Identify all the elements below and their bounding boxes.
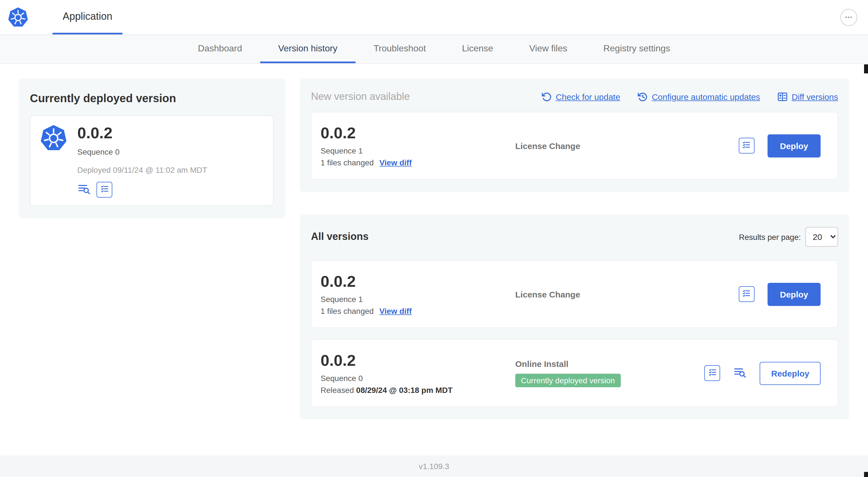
- tab-registry-settings[interactable]: Registry settings: [585, 35, 688, 63]
- released-timestamp: Released 08/29/24 @ 03:18 pm MDT: [320, 386, 515, 395]
- tab-view-files[interactable]: View files: [511, 35, 586, 63]
- deployed-timestamp: Deployed 09/11/24 @ 11:02 am MDT: [77, 166, 207, 174]
- main-content: Currently deployed version 0.0.2 Sequenc…: [0, 64, 868, 455]
- current-version-panel: Currently deployed version 0.0.2 Sequenc…: [19, 79, 285, 218]
- release-source-label: License Change: [515, 289, 739, 299]
- view-diff-link[interactable]: View diff: [379, 158, 412, 167]
- deploy-button[interactable]: Deploy: [768, 134, 820, 157]
- app-tab-label: Application: [63, 10, 112, 22]
- results-per-page-label: Results per page:: [739, 232, 801, 241]
- refresh-icon: [541, 91, 552, 102]
- sequence-label: Sequence 1: [320, 146, 515, 155]
- release-source-label: Online Install: [515, 359, 705, 368]
- diff-icon: [777, 91, 787, 102]
- version-number: 0.0.2: [320, 352, 515, 370]
- checklist-icon: [100, 184, 109, 195]
- sequence-label: Sequence 0: [77, 147, 207, 156]
- diff-versions-link[interactable]: Diff versions: [777, 91, 838, 102]
- logs-icon: [77, 183, 91, 197]
- scrollbar-thumb[interactable]: [864, 472, 868, 477]
- files-changed-label: 1 files changed: [320, 306, 374, 316]
- app-version-label: v1.109.3: [419, 462, 449, 471]
- currently-deployed-badge: Currently deployed version: [515, 374, 621, 387]
- version-number: 0.0.2: [77, 124, 207, 142]
- all-versions-title: All versions: [311, 231, 369, 243]
- all-versions-panel: All versions Results per page: 20 0.0.2 …: [300, 214, 849, 419]
- version-number: 0.0.2: [320, 124, 515, 142]
- ellipsis-icon: •••: [845, 14, 852, 20]
- new-version-title: New version available: [311, 91, 410, 103]
- kubernetes-app-icon: [39, 124, 68, 198]
- check-for-update-link[interactable]: Check for update: [541, 91, 620, 102]
- results-per-page-select[interactable]: 20: [805, 227, 838, 247]
- checklist-icon: [742, 140, 751, 151]
- sequence-label: Sequence 0: [320, 374, 515, 383]
- version-number: 0.0.2: [320, 273, 515, 291]
- view-logs-button[interactable]: [734, 366, 747, 380]
- release-notes-button[interactable]: [96, 182, 112, 198]
- checklist-icon: [742, 289, 751, 300]
- checklist-icon: [708, 367, 717, 379]
- scrollbar-thumb[interactable]: [864, 64, 868, 73]
- app-header: Application •••: [0, 0, 868, 35]
- tab-dashboard[interactable]: Dashboard: [180, 35, 260, 63]
- view-diff-link[interactable]: View diff: [379, 306, 412, 316]
- release-source-label: License Change: [515, 141, 739, 150]
- version-row: 0.0.2 Sequence 0 Released 08/29/24 @ 03:…: [311, 339, 838, 407]
- new-version-panel: New version available Check for update C…: [300, 79, 849, 192]
- app-tab-application[interactable]: Application: [53, 0, 122, 34]
- app-footer: v1.109.3: [0, 455, 868, 477]
- page: Application ••• Dashboard Version histor…: [0, 0, 868, 477]
- kubernetes-logo-icon: [0, 0, 29, 34]
- current-version-title: Currently deployed version: [30, 92, 274, 105]
- clock-refresh-icon: [637, 91, 648, 102]
- release-notes-button[interactable]: [705, 365, 720, 381]
- release-notes-button[interactable]: [739, 286, 754, 302]
- release-notes-button[interactable]: [739, 138, 754, 153]
- deploy-button[interactable]: Deploy: [768, 282, 820, 306]
- tab-troubleshoot[interactable]: Troubleshoot: [355, 35, 444, 63]
- deployed-version-card: 0.0.2 Sequence 0 Deployed 09/11/24 @ 11:…: [30, 115, 274, 206]
- tab-version-history[interactable]: Version history: [260, 35, 355, 63]
- redeploy-button[interactable]: Redeploy: [760, 362, 820, 385]
- overflow-menu-button[interactable]: •••: [840, 9, 857, 26]
- sequence-label: Sequence 1: [320, 295, 515, 304]
- configure-automatic-updates-link[interactable]: Configure automatic updates: [637, 91, 760, 102]
- nav-tabs: Dashboard Version history Troubleshoot L…: [0, 35, 868, 64]
- tab-license[interactable]: License: [444, 35, 511, 63]
- new-version-release-row: 0.0.2 Sequence 1 1 files changed View di…: [311, 112, 838, 180]
- view-logs-button[interactable]: [77, 183, 91, 197]
- version-row: 0.0.2 Sequence 1 1 files changed View di…: [311, 260, 838, 328]
- logs-icon: [734, 366, 747, 380]
- files-changed-label: 1 files changed: [320, 158, 374, 167]
- right-column: New version available Check for update C…: [300, 79, 849, 419]
